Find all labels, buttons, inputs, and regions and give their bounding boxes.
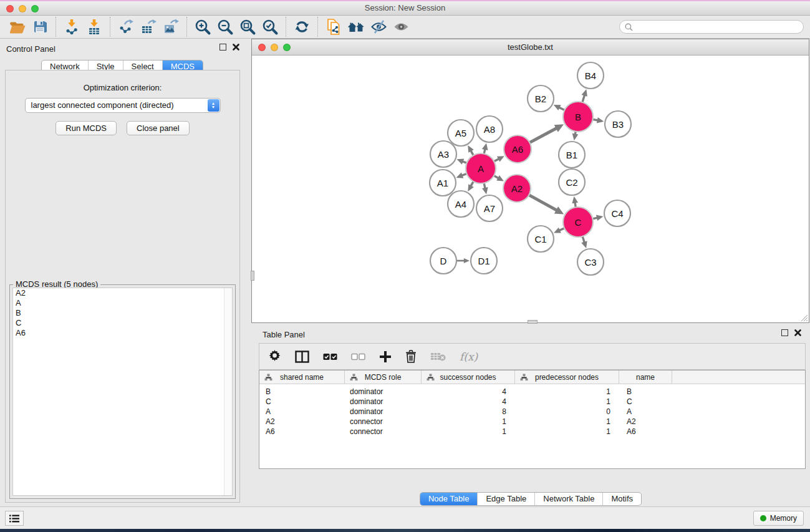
graph-edge-A6-B[interactable] [529, 128, 556, 142]
hide-selected-eye-icon[interactable] [367, 17, 390, 37]
graph-edge-A2-C[interactable] [529, 195, 557, 211]
graph-node-B[interactable]: B [563, 102, 593, 132]
zoom-in-icon[interactable] [191, 17, 214, 37]
close-window-button[interactable] [6, 5, 14, 12]
mcds-result-list[interactable]: A2ABCA6 [12, 288, 233, 496]
column-header-shared-name[interactable]: shared name [259, 370, 345, 384]
column-header-mcds-role[interactable]: MCDS role [345, 370, 422, 384]
graph-edge-A-A8[interactable] [484, 149, 485, 154]
table-row[interactable]: A2connector11A2 [259, 417, 805, 427]
new-network-from-selection-icon[interactable] [322, 17, 345, 37]
tab-node-table[interactable]: Node Table [420, 493, 478, 505]
graph-node-A5[interactable]: A5 [448, 120, 474, 146]
graph-edge-C-C1[interactable] [559, 228, 564, 231]
table-row[interactable]: Cdominator41C [259, 397, 805, 407]
splitter-handle-left[interactable] [251, 271, 254, 281]
graph-edge-A-A5[interactable] [471, 151, 473, 155]
tab-edge-table[interactable]: Edge Table [477, 493, 534, 505]
mcds-result-item[interactable]: A [13, 298, 232, 308]
graph-edge-C-C3[interactable] [582, 236, 584, 243]
tab-network-table[interactable]: Network Table [534, 493, 602, 505]
graph-node-D[interactable]: D [430, 248, 456, 274]
graph-node-B2[interactable]: B2 [528, 85, 554, 112]
graph-edge-B-B2[interactable] [559, 107, 565, 110]
close-table-panel-icon[interactable] [794, 329, 801, 336]
export-image-icon[interactable] [160, 17, 182, 37]
memory-button[interactable]: Memory [753, 511, 804, 526]
show-all-eye-icon[interactable] [390, 17, 412, 37]
float-table-panel-icon[interactable] [781, 329, 788, 336]
resize-grip-icon[interactable] [800, 314, 808, 322]
close-panel-icon[interactable] [233, 44, 239, 51]
tab-motifs[interactable]: Motifs [602, 493, 641, 505]
minimize-window-button[interactable] [19, 5, 26, 12]
zoom-selected-icon[interactable] [259, 17, 281, 37]
maximize-window-button[interactable] [31, 5, 39, 12]
export-network-icon[interactable] [115, 17, 137, 37]
export-table-icon[interactable] [137, 17, 160, 37]
deselect-all-icon[interactable] [351, 353, 365, 360]
splitter-handle-bottom[interactable] [528, 320, 538, 324]
graph-node-A7[interactable]: A7 [476, 195, 503, 221]
graph-node-C2[interactable]: C2 [559, 169, 585, 195]
graph-node-B4[interactable]: B4 [577, 62, 604, 89]
search-input[interactable] [636, 22, 798, 31]
refresh-icon[interactable] [291, 17, 313, 37]
graph-node-B1[interactable]: B1 [559, 142, 585, 168]
add-column-icon[interactable] [379, 351, 392, 363]
graph-edge-C-C2[interactable] [575, 202, 576, 207]
graph-node-A[interactable]: A [466, 153, 496, 183]
task-history-button[interactable] [5, 511, 24, 526]
zoom-out-icon[interactable] [214, 17, 236, 37]
graph-edge-A-A3[interactable] [463, 162, 467, 163]
column-header-predecessor-nodes[interactable]: predecessor nodes [515, 370, 619, 384]
table-settings-gear-icon[interactable] [268, 350, 281, 363]
graph-node-C1[interactable]: C1 [528, 226, 554, 252]
select-all-icon[interactable] [323, 353, 337, 360]
network-canvas[interactable]: ABCA6A2A1A3A4A5A7A8B1B2B3B4C1C2C3C4DD1 [252, 56, 809, 322]
network-maximize-button[interactable] [283, 44, 291, 51]
save-session-icon[interactable] [29, 17, 51, 37]
graph-node-B3[interactable]: B3 [605, 111, 631, 137]
graph-node-A2[interactable]: A2 [503, 175, 531, 202]
network-window-titlebar[interactable]: testGlobe.txt [252, 39, 809, 56]
graph-node-C4[interactable]: C4 [604, 200, 630, 226]
mcds-result-item[interactable]: B [13, 308, 232, 318]
search-field[interactable] [619, 20, 804, 34]
column-header-name[interactable]: name [619, 370, 672, 384]
graph-edge-A-A1[interactable] [462, 173, 467, 175]
mcds-result-item[interactable]: A2 [13, 288, 232, 298]
import-table-icon[interactable] [83, 17, 105, 37]
split-columns-icon[interactable] [295, 351, 309, 363]
graph-node-C[interactable]: C [563, 207, 593, 237]
close-panel-button[interactable]: Close panel [127, 121, 190, 135]
table-row[interactable]: A6connector11A6 [259, 427, 805, 437]
graph-node-C3[interactable]: C3 [577, 249, 604, 275]
graph-node-A8[interactable]: A8 [476, 116, 503, 142]
table-row[interactable]: Bdominator41B [259, 387, 805, 397]
run-mcds-button[interactable]: Run MCDS [55, 121, 117, 135]
import-network-icon[interactable] [60, 17, 83, 37]
mcds-result-item[interactable]: C [13, 318, 232, 328]
network-close-button[interactable] [258, 44, 266, 51]
graph-node-D1[interactable]: D1 [471, 248, 497, 274]
graph-edge-A-A6[interactable] [494, 159, 499, 162]
zoom-fit-icon[interactable] [236, 17, 259, 37]
graph-edge-B-B4[interactable] [582, 95, 585, 102]
open-file-icon[interactable] [6, 17, 29, 37]
graph-edge-A-A2[interactable] [494, 176, 498, 178]
graph-node-A6[interactable]: A6 [504, 135, 531, 163]
graph-node-A3[interactable]: A3 [430, 141, 456, 167]
graph-node-A1[interactable]: A1 [430, 170, 456, 196]
scrollbar-track[interactable] [224, 288, 232, 495]
graph-edge-B-B3[interactable] [593, 119, 598, 120]
mcds-result-item[interactable]: A6 [13, 328, 232, 338]
home-icon[interactable] [345, 17, 367, 37]
graph-edge-C-C4[interactable] [592, 218, 597, 219]
network-minimize-button[interactable] [271, 44, 278, 51]
graph-edge-A-A7[interactable] [484, 183, 485, 188]
float-panel-icon[interactable] [219, 44, 226, 51]
graph-node-A4[interactable]: A4 [448, 191, 474, 217]
column-header-successor-nodes[interactable]: successor nodes [422, 370, 515, 384]
table-row[interactable]: Adominator80A [259, 407, 805, 417]
